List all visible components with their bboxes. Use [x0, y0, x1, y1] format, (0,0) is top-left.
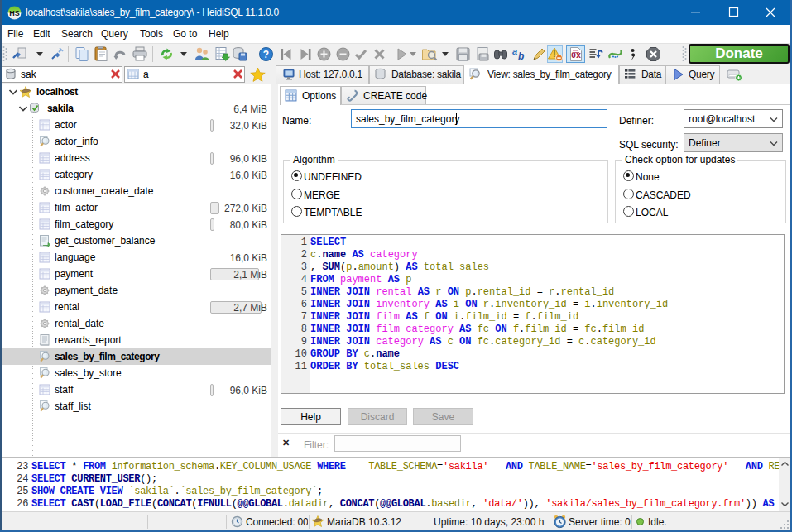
svg-text:?: ?: [263, 49, 269, 60]
svg-text:b: b: [518, 50, 524, 62]
svg-text:a: a: [512, 46, 517, 56]
svg-text:HS: HS: [9, 9, 20, 17]
